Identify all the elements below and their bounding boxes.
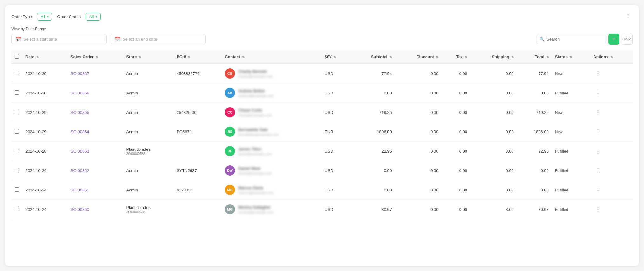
search-box[interactable]: 🔍 <box>536 35 606 44</box>
row-actions[interactable]: ⋮ <box>590 200 633 219</box>
row-date: 2024-10-30 <box>22 64 67 83</box>
csv-button[interactable]: CSV <box>622 34 633 45</box>
row-checkbox-3[interactable] <box>15 129 19 134</box>
col-currency[interactable]: $€¥ ⇅ <box>321 50 350 64</box>
row-actions[interactable]: ⋮ <box>590 64 633 83</box>
col-status[interactable]: Status ⇅ <box>552 50 590 64</box>
row-po: SYTN2687 <box>173 161 222 180</box>
col-date[interactable]: Date ⇅ <box>22 50 67 64</box>
row-actions-button[interactable]: ⋮ <box>593 147 603 155</box>
row-checkbox-7[interactable] <box>15 207 19 211</box>
row-actions-button[interactable]: ⋮ <box>593 108 603 116</box>
row-checkbox-cell[interactable] <box>11 200 22 219</box>
row-actions[interactable]: ⋮ <box>590 142 633 161</box>
row-discount: 0.00 <box>395 180 442 200</box>
row-actions[interactable]: ⋮ <box>590 180 633 200</box>
avatar: BS <box>225 127 235 137</box>
col-discount[interactable]: Discount ⇅ <box>395 50 442 64</box>
row-sales-order[interactable]: SO 00867 <box>67 64 123 83</box>
row-checkbox-cell[interactable] <box>11 180 22 200</box>
contact-name: Monica Gallagher <box>238 205 274 210</box>
row-checkbox-cell[interactable] <box>11 161 22 180</box>
col-tax[interactable]: Tax ⇅ <box>441 50 470 64</box>
contact-name: Marcus Davis <box>238 185 274 190</box>
sales-order-link: SO 00864 <box>70 129 89 134</box>
row-sales-order[interactable]: SO 00861 <box>67 180 123 200</box>
contact-name: Bernadette Sale <box>238 127 279 132</box>
select-all-checkbox[interactable] <box>15 54 19 59</box>
row-checkbox-5[interactable] <box>15 168 19 172</box>
row-actions[interactable]: ⋮ <box>590 122 633 142</box>
row-actions[interactable]: ⋮ <box>590 83 633 103</box>
row-actions-button[interactable]: ⋮ <box>593 69 603 78</box>
row-actions-button[interactable]: ⋮ <box>593 128 603 136</box>
row-currency: USD <box>321 142 350 161</box>
row-total: 1896.00 <box>517 122 552 142</box>
row-checkbox-4[interactable] <box>15 149 19 153</box>
row-sales-order[interactable]: SO 00863 <box>67 142 123 161</box>
row-sales-order[interactable]: SO 00865 <box>67 103 123 122</box>
more-options-button[interactable]: ⋮ <box>624 11 633 22</box>
row-contact: CB Charity Bennett charity@example.com <box>222 64 321 83</box>
row-status: Fulfilled <box>552 142 590 161</box>
row-tax: 0.00 <box>441 161 470 180</box>
row-sales-order[interactable]: SO 00862 <box>67 161 123 180</box>
row-sales-order[interactable]: SO 00866 <box>67 83 123 103</box>
order-type-value: All <box>41 14 45 19</box>
row-checkbox-cell[interactable] <box>11 83 22 103</box>
row-sales-order[interactable]: SO 00864 <box>67 122 123 142</box>
search-area: 🔍 + CSV <box>536 34 633 45</box>
col-subtotal[interactable]: Subtotal ⇅ <box>350 50 395 64</box>
row-actions-button[interactable]: ⋮ <box>593 186 603 194</box>
select-all-header[interactable] <box>11 50 22 64</box>
contact-info: Andrew Bolton andrew@example.com <box>238 88 274 98</box>
row-date: 2024-10-24 <box>22 200 67 219</box>
row-contact: DW Daniel West daniel@example.com <box>222 161 321 180</box>
table-row: 2024-10-30 SO 00867 Admin 4503832776 CB … <box>11 64 633 83</box>
col-actions: Actions ⇅ <box>590 50 633 64</box>
row-checkbox-cell[interactable] <box>11 64 22 83</box>
row-actions-button[interactable]: ⋮ <box>593 89 603 97</box>
row-actions[interactable]: ⋮ <box>590 161 633 180</box>
col-shipping[interactable]: Shipping ⇅ <box>470 50 517 64</box>
row-checkbox-6[interactable] <box>15 187 19 192</box>
row-checkbox-2[interactable] <box>15 110 19 114</box>
row-discount: 0.00 <box>395 103 442 122</box>
order-type-dropdown[interactable]: All ▾ <box>37 13 52 21</box>
order-status-value: All <box>89 14 94 19</box>
contact-name: Chase Curtis <box>238 108 272 113</box>
contact-sub-text: bernadette@example.com <box>238 133 279 136</box>
search-input[interactable] <box>547 37 602 42</box>
row-total: 0.00 <box>517 180 552 200</box>
col-sales-order[interactable]: Sales Order ⇅ <box>67 50 123 64</box>
row-checkbox-cell[interactable] <box>11 122 22 142</box>
add-button[interactable]: + <box>608 34 619 45</box>
order-status-dropdown[interactable]: All ▾ <box>86 13 101 21</box>
contact-info: Daniel West daniel@example.com <box>238 166 272 175</box>
end-date-placeholder: Select an end date <box>123 37 157 42</box>
col-total[interactable]: Total ⇅ <box>517 50 552 64</box>
sort-icon-date: ⇅ <box>36 55 39 59</box>
row-checkbox-0[interactable] <box>15 71 19 75</box>
orders-table: Date ⇅ Sales Order ⇅ Store ⇅ PO # ⇅ Cont… <box>11 50 633 219</box>
end-date-input[interactable]: 📅 Select an end date <box>111 34 206 44</box>
row-actions-button[interactable]: ⋮ <box>593 205 603 213</box>
row-subtotal: 0.00 <box>350 83 395 103</box>
sort-icon-contact: ⇅ <box>242 55 245 59</box>
row-actions[interactable]: ⋮ <box>590 103 633 122</box>
row-checkbox-cell[interactable] <box>11 103 22 122</box>
sort-icon-total: ⇅ <box>546 55 549 59</box>
row-checkbox-cell[interactable] <box>11 142 22 161</box>
contact-info: Charity Bennett charity@example.com <box>238 69 273 78</box>
start-date-input[interactable]: 📅 Select a start date <box>11 34 107 44</box>
row-po <box>173 200 222 219</box>
col-po[interactable]: PO # ⇅ <box>173 50 222 64</box>
row-subtotal: 0.00 <box>350 180 395 200</box>
row-checkbox-1[interactable] <box>15 90 19 95</box>
row-sales-order[interactable]: SO 00860 <box>67 200 123 219</box>
col-store[interactable]: Store ⇅ <box>123 50 173 64</box>
row-currency: USD <box>321 180 350 200</box>
col-contact[interactable]: Contact ⇅ <box>222 50 321 64</box>
row-actions-button[interactable]: ⋮ <box>593 166 603 175</box>
avatar: CB <box>225 68 235 79</box>
